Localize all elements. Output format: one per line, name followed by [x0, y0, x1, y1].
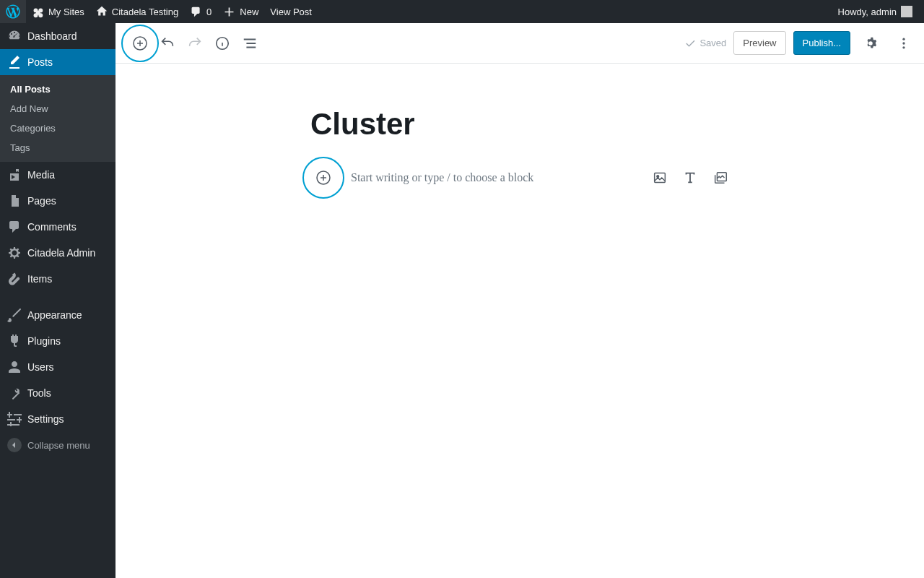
plugin-icon	[7, 334, 22, 348]
appender-quick-inserter	[651, 169, 729, 186]
editor-toolbar: Saved Preview Publish...	[116, 23, 924, 64]
submenu-all-posts[interactable]: All Posts	[0, 79, 116, 99]
multisite-icon	[32, 6, 44, 18]
view-post-label: View Post	[270, 7, 312, 17]
new-link[interactable]: New	[217, 0, 264, 23]
collapse-menu[interactable]: Collapse menu	[0, 432, 116, 458]
menu-appearance-label: Appearance	[27, 309, 82, 321]
submenu-posts: All Posts Add New Categories Tags	[0, 75, 116, 162]
text-icon	[682, 170, 698, 186]
post-title-wrapper[interactable]: Cluster	[310, 107, 729, 142]
menu-citadela[interactable]: Citadela Admin	[0, 240, 116, 266]
undo-icon	[160, 35, 175, 51]
appender-left: Start writing or type / to choose a bloc…	[310, 165, 533, 191]
svg-rect-6	[655, 173, 666, 183]
add-block-button[interactable]	[127, 30, 153, 56]
settings-toggle[interactable]	[858, 30, 884, 56]
more-menu-button[interactable]	[891, 30, 917, 56]
submenu-add-new[interactable]: Add New	[0, 99, 116, 118]
menu-media-label: Media	[27, 169, 55, 181]
block-navigation-button[interactable]	[237, 30, 263, 56]
redo-button[interactable]	[182, 30, 208, 56]
undo-button[interactable]	[154, 30, 180, 56]
wrench-icon	[7, 386, 22, 400]
redo-icon	[187, 35, 203, 51]
admin-bar-right: Howdy, admin	[832, 6, 918, 17]
admin-sidebar: Dashboard Posts All Posts Add New Catego…	[0, 23, 116, 578]
editor-body: Cluster Start writing or type / to choos…	[116, 64, 924, 578]
svg-point-3	[902, 42, 905, 44]
menu-citadela-label: Citadela Admin	[27, 247, 95, 259]
gear-icon	[7, 246, 22, 260]
account-link[interactable]: Howdy, admin	[832, 6, 918, 17]
menu-posts[interactable]: Posts	[0, 49, 116, 75]
gallery-icon	[712, 170, 728, 186]
block-editor: Saved Preview Publish... Cluster Start w…	[116, 23, 924, 578]
outline-icon	[242, 35, 258, 51]
menu-separator	[0, 292, 116, 302]
publish-button[interactable]: Publish...	[793, 31, 850, 55]
kebab-icon	[897, 36, 911, 51]
wp-logo-menu[interactable]	[0, 0, 26, 23]
page-icon	[7, 194, 22, 208]
comments-link[interactable]: 0	[184, 0, 217, 23]
admin-bar-left: My Sites Citadela Testing 0 New View Pos…	[0, 0, 318, 23]
menu-plugins-label: Plugins	[27, 335, 61, 347]
wordpress-icon	[6, 4, 20, 19]
content-info-button[interactable]	[209, 30, 235, 56]
inline-add-block-button[interactable]	[310, 165, 336, 191]
menu-users[interactable]: Users	[0, 354, 116, 380]
submenu-categories[interactable]: Categories	[0, 118, 116, 138]
insert-heading-button[interactable]	[681, 169, 699, 186]
comment-icon	[190, 6, 202, 18]
pin-icon	[7, 272, 22, 286]
toolbar-left	[127, 30, 263, 56]
menu-plugins[interactable]: Plugins	[0, 328, 116, 354]
insert-image-button[interactable]	[651, 169, 668, 186]
new-label: New	[240, 7, 258, 17]
preview-button[interactable]: Preview	[733, 31, 785, 55]
menu-items[interactable]: Items	[0, 266, 116, 292]
my-sites-link[interactable]: My Sites	[26, 0, 90, 23]
menu-media[interactable]: Media	[0, 162, 116, 188]
submenu-tags[interactable]: Tags	[0, 138, 116, 158]
comments-count: 0	[206, 7, 212, 17]
sliders-icon	[7, 412, 22, 426]
media-icon	[7, 168, 22, 182]
menu-dashboard[interactable]: Dashboard	[0, 23, 116, 49]
my-sites-label: My Sites	[48, 7, 84, 17]
check-icon	[684, 37, 697, 50]
menu-tools[interactable]: Tools	[0, 380, 116, 406]
menu-posts-label: Posts	[27, 56, 53, 68]
block-placeholder[interactable]: Start writing or type / to choose a bloc…	[351, 171, 533, 184]
menu-users-label: Users	[27, 361, 54, 373]
collapse-label: Collapse menu	[27, 440, 90, 451]
menu-settings[interactable]: Settings	[0, 406, 116, 432]
chevron-left-icon	[7, 438, 22, 452]
saved-indicator: Saved	[684, 37, 726, 50]
pin-icon	[7, 55, 22, 69]
admin-bar: My Sites Citadela Testing 0 New View Pos…	[0, 0, 924, 23]
menu-comments-label: Comments	[27, 221, 77, 233]
insert-gallery-button[interactable]	[712, 169, 729, 186]
saved-label: Saved	[699, 38, 726, 48]
menu-settings-label: Settings	[27, 413, 64, 425]
user-icon	[7, 360, 22, 374]
image-icon	[652, 170, 668, 186]
home-icon	[96, 6, 108, 17]
plus-circle-icon	[315, 169, 332, 186]
avatar	[901, 6, 912, 17]
howdy-label: Howdy, admin	[838, 7, 897, 17]
menu-appearance[interactable]: Appearance	[0, 302, 116, 328]
menu-pages[interactable]: Pages	[0, 188, 116, 214]
view-post-link[interactable]: View Post	[264, 0, 318, 23]
site-name-link[interactable]: Citadela Testing	[90, 0, 184, 23]
menu-comments[interactable]: Comments	[0, 214, 116, 240]
info-icon	[214, 35, 230, 51]
plus-circle-icon	[131, 35, 149, 52]
menu-dashboard-label: Dashboard	[27, 30, 77, 42]
svg-point-2	[902, 38, 905, 40]
site-name-label: Citadela Testing	[112, 7, 178, 17]
svg-point-4	[902, 46, 905, 48]
dashboard-icon	[7, 29, 22, 43]
